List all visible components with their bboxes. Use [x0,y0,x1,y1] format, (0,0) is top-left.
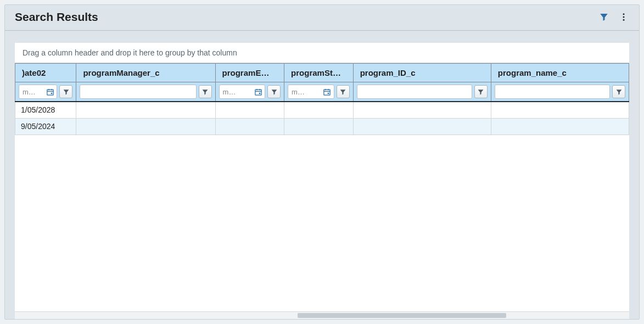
svg-point-2 [623,19,625,21]
column-header-program-name[interactable]: program_name_c [491,64,629,82]
cell-program-name [491,118,629,135]
table-row[interactable]: 9/05/2024 [15,118,629,135]
cell-program-e [215,118,284,135]
svg-rect-5 [255,90,261,95]
cell-date02: 9/05/2024 [15,118,76,135]
cell-program-e [215,102,284,118]
svg-point-0 [623,13,625,15]
cell-date02: 1/05/2028 [15,102,76,118]
cell-program-manager [76,102,215,118]
panel-header: Search Results [5,5,639,31]
cell-program-id [353,118,491,135]
svg-rect-6 [259,92,260,94]
filter-placeholder: m… [292,88,322,96]
scrollbar-thumb[interactable] [298,313,506,318]
column-header-program-id[interactable]: program_ID_c [353,64,491,82]
column-header-date02[interactable]: )ate02 [15,64,76,82]
filter-placeholder: m… [223,88,253,96]
svg-rect-7 [324,90,330,95]
filter-input-program-id[interactable] [357,85,472,99]
horizontal-scrollbar[interactable] [15,311,629,319]
filter-placeholder: m… [23,88,44,96]
svg-rect-4 [51,92,53,94]
svg-rect-3 [47,90,53,95]
filter-button-program-manager[interactable] [199,85,212,98]
filter-input-date02[interactable]: m… [19,85,57,99]
calendar-icon[interactable] [44,85,55,98]
column-header-program-manager[interactable]: programManager_c [76,64,215,82]
kebab-menu-icon[interactable] [618,12,629,23]
group-by-panel[interactable]: Drag a column header and drop it here to… [15,43,629,63]
filter-icon[interactable] [598,12,609,23]
calendar-icon[interactable] [253,85,264,98]
filter-input-program-name[interactable] [495,85,610,99]
column-header-program-st[interactable]: programSt… [284,64,354,82]
calendar-icon[interactable] [322,85,333,98]
column-header-row: )ate02 programManager_c programE… progra… [15,64,629,82]
search-results-panel: Search Results Drag a column header and … [4,4,640,320]
panel-title: Search Results [15,10,598,24]
cell-program-st [284,102,354,118]
data-grid: )ate02 programManager_c programE… progra… [15,63,629,319]
column-header-program-e[interactable]: programE… [215,64,284,82]
filter-button-program-name[interactable] [612,85,625,98]
filter-input-program-manager[interactable] [80,85,196,99]
cell-program-id [353,102,491,118]
panel-actions [598,12,629,23]
filter-button-program-id[interactable] [474,85,488,98]
filter-row: m… [15,82,629,102]
svg-rect-8 [328,92,329,94]
svg-point-1 [623,16,625,18]
table-row[interactable]: 1/05/2028 [15,102,629,118]
cell-program-name [491,102,629,118]
filter-button-date02[interactable] [59,85,72,98]
filter-button-program-e[interactable] [267,85,281,98]
cell-program-st [284,118,354,135]
filter-input-program-e[interactable]: m… [219,85,266,99]
filter-input-program-st[interactable]: m… [288,85,334,99]
grid-wrap: Drag a column header and drop it here to… [15,43,629,319]
filter-button-program-st[interactable] [337,85,350,98]
cell-program-manager [76,118,215,135]
